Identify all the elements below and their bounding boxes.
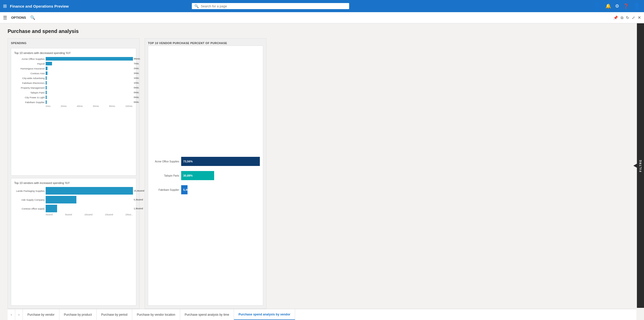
chart2-xaxis: 0tusind5tusind10tusind15tusind20tusi... [14, 213, 133, 216]
x-axis-label: 100mio. [125, 105, 133, 107]
user-icon[interactable]: 👤 [633, 2, 641, 10]
bar-value: 1,9tusind [134, 207, 143, 210]
vendor-panel: TOP 10 VENDOR PURCHASE PERCENT OF PURCHA… [145, 38, 266, 309]
bar-label: Lande Packaging Supplies [14, 190, 45, 192]
bar-track: 7mio. [46, 62, 133, 65]
x-axis-label: 15tusind [105, 213, 113, 216]
bar-label: Contoso Asia [14, 72, 45, 75]
chart1-xaxis: 0mio.20mio.40mio.60mio.80mio.100mio. [14, 105, 133, 107]
tab-purchase-by-product[interactable]: Purchase by product [59, 309, 97, 320]
bar-track: 1mio. [46, 76, 133, 80]
table-row: Tailspin Parts 0mio. [14, 91, 133, 94]
tab-purchase-by-vendor[interactable]: Purchase by vendor [23, 309, 59, 320]
bar-fill [46, 57, 133, 61]
bar-track: 2mio. [46, 71, 133, 75]
bar-label: Humongous Insurance [14, 67, 45, 70]
table-row: Fabrikam Supplier 0mio. [14, 100, 133, 104]
vendor-bar-track: 73,56% [181, 157, 260, 166]
x-axis-label: 60mio. [93, 105, 99, 107]
bar-value: 1mio. [134, 77, 139, 79]
bar-fill [46, 100, 47, 104]
bar-fill [46, 71, 47, 75]
x-axis-label: 20tusi... [125, 213, 133, 216]
tab-purchase-by-vendor-location[interactable]: Purchase by vendor location [132, 309, 180, 320]
search-bar[interactable]: 🔍 [192, 3, 349, 9]
bar-fill [46, 205, 57, 212]
chart2-title: Top 10 vendors with increased spending Y… [14, 181, 133, 184]
bar-fill [46, 196, 76, 203]
tab-purchase-spend-analysis-by-vendor[interactable]: Purchase spend analysis by vendor [234, 309, 295, 320]
vendor-label: Acme Office Supplies [151, 160, 179, 163]
x-axis-label: 10tusind [84, 213, 92, 216]
close-icon[interactable]: ✕ [638, 15, 641, 20]
search-input[interactable] [201, 4, 347, 8]
x-axis-label: 80mio. [109, 105, 116, 107]
expand-icon[interactable]: ⤢ [632, 15, 635, 20]
bar-value: 0mio. [134, 91, 139, 94]
charts-area: SPENDING Top 10 vendors with decreased s… [8, 38, 636, 309]
bar-value: 2mio. [134, 72, 139, 74]
bar-label: Payroll [14, 62, 45, 65]
table-row: Property Management 0mio. [14, 86, 133, 89]
spending-panel: SPENDING Top 10 vendors with decreased s… [8, 38, 140, 309]
settings-icon[interactable]: ⚙ [615, 3, 619, 9]
grid-icon[interactable]: ⊞ [3, 3, 7, 9]
bar-value: 2mio. [134, 67, 139, 70]
bar-track: 1,9tusind [46, 205, 133, 212]
x-axis-label: 0mio. [46, 105, 51, 107]
tab-purchase-by-period[interactable]: Purchase by period [97, 309, 132, 320]
vendor-bar-fill: 5,46% [181, 185, 188, 194]
table-row: Fabrikam Electronics 1mio. [14, 81, 133, 85]
top-nav: ⊞ Finance and Operations Preview 🔍 👤 🔔 ⚙… [0, 0, 644, 12]
pin-icon[interactable]: 📌 [613, 15, 618, 20]
bar-label: Fabrikam Supplier [14, 101, 45, 104]
vendor-bar-fill: 30,88% [181, 171, 214, 180]
tab-purchase-spend-analysis-by-time[interactable]: Purchase spend analysis by time [180, 309, 234, 320]
help-icon[interactable]: ❓ [623, 3, 629, 9]
table-row: Lande Packaging Supplies 15,4tusind [14, 187, 133, 195]
refresh-icon[interactable]: ↻ [626, 15, 629, 20]
options-bar: ☰ OPTIONS 🔍 📌 ⧉ ↻ ⤢ ✕ [0, 12, 644, 23]
vendor-header: TOP 10 VENDOR PURCHASE PERCENT OF PURCHA… [148, 42, 263, 45]
options-right-icons: 📌 ⧉ ↻ ⤢ ✕ [613, 15, 641, 20]
bar-label: City Power & Light [14, 96, 45, 99]
bar-value: 0mio. [134, 86, 139, 89]
nav-right: 👤 🔔 ⚙ ❓ 👤 [592, 2, 641, 10]
table-row: Contoso Asia 2mio. [14, 71, 133, 75]
list-item: Acme Office Supplies 73,56% [151, 157, 260, 166]
x-axis-label: 40mio. [77, 105, 83, 107]
page-title: Purchase and spend analysis [8, 28, 636, 34]
list-item: Fabrikam Supplier 5,46% [151, 185, 260, 194]
table-row: Acme Office Supplies 95mio. [14, 57, 133, 61]
increased-spending-chart: Top 10 vendors with increased spending Y… [11, 178, 136, 306]
bar-label: Acme Office Supplies [14, 58, 45, 60]
table-row: Payroll 7mio. [14, 62, 133, 65]
bell-icon[interactable]: 🔔 [605, 3, 611, 9]
bar-track: 0mio. [46, 100, 133, 104]
main-content: Purchase and spend analysis SPENDING Top… [0, 23, 644, 320]
bar-label: Ade Supply Company [14, 198, 45, 201]
search-icon: 🔍 [194, 4, 199, 8]
vendor-chart-box: Acme Office Supplies 73,56% Tailspin Par… [148, 46, 263, 306]
split-icon[interactable]: ⧉ [621, 15, 623, 20]
app-title: Finance and Operations Preview [10, 4, 69, 8]
decreased-spending-chart: Top 10 vendors with decreased spending Y… [11, 48, 136, 176]
options-label: OPTIONS [11, 16, 26, 20]
hamburger-icon[interactable]: ☰ [3, 15, 7, 21]
options-search-icon[interactable]: 🔍 [30, 15, 35, 20]
tab-prev-btn[interactable]: ‹ [8, 309, 15, 320]
bar-fill [46, 91, 47, 94]
spending-header: SPENDING [11, 42, 136, 45]
tab-next-btn[interactable]: › [15, 309, 23, 320]
bar-fill [46, 187, 133, 195]
bar-fill [46, 62, 52, 65]
bar-value: 7mio. [134, 62, 139, 65]
bar-track: 0mio. [46, 96, 133, 99]
bar-fill [46, 86, 47, 89]
bar-label: City-wide Advertising [14, 77, 45, 80]
vendor-bar-track: 30,88% [181, 171, 260, 180]
table-row: Humongous Insurance 2mio. [14, 67, 133, 70]
chart1-bars: Acme Office Supplies 95mio. Payroll 7mio… [14, 57, 133, 104]
vendor-label: Fabrikam Supplier [151, 189, 179, 191]
bar-track: 95mio. [46, 57, 133, 61]
